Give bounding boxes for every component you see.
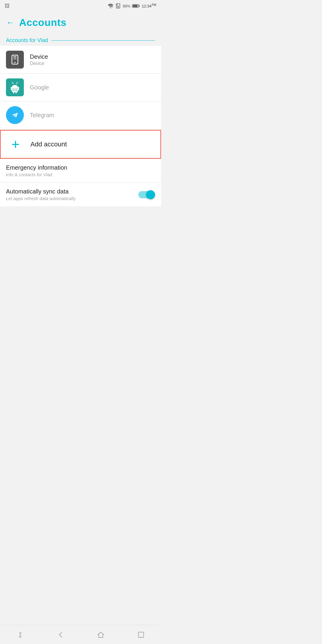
account-item-device[interactable]: Device Device xyxy=(0,46,161,74)
telegram-account-text: Telegram xyxy=(30,112,54,119)
accounts-list: Device Device xyxy=(0,46,161,129)
status-icons: 88% 12:34PM xyxy=(108,3,156,9)
toggle-thumb xyxy=(146,190,155,199)
telegram-icon xyxy=(10,110,20,120)
emergency-subtitle: Info & contacts for Vlad xyxy=(6,172,155,177)
page-header: ← Accounts xyxy=(0,12,161,31)
svg-rect-7 xyxy=(139,5,140,7)
svg-point-12 xyxy=(14,62,16,63)
svg-rect-6 xyxy=(133,5,138,7)
google-account-text: Google xyxy=(30,84,49,91)
svg-rect-16 xyxy=(11,87,12,90)
section-header: Accounts for Vlad xyxy=(0,31,161,46)
emergency-information-item[interactable]: Emergency information Info & contacts fo… xyxy=(0,159,161,183)
add-account-label: Add account xyxy=(30,140,67,148)
sim-icon xyxy=(115,3,121,9)
section-divider xyxy=(52,40,155,41)
sync-subtitle: Let apps refresh data automatically xyxy=(6,196,138,201)
svg-rect-18 xyxy=(13,92,14,93)
info-section: Emergency information Info & contacts fo… xyxy=(0,159,161,206)
battery-icon xyxy=(132,4,140,8)
telegram-account-name: Telegram xyxy=(30,112,54,119)
svg-rect-17 xyxy=(18,87,19,90)
emergency-title: Emergency information xyxy=(6,164,155,171)
wifi-icon xyxy=(108,4,114,8)
sync-title: Automatically sync data xyxy=(6,188,138,195)
device-account-subtitle: Device xyxy=(30,61,48,66)
device-icon xyxy=(10,54,20,65)
svg-point-3 xyxy=(117,6,119,7)
svg-point-0 xyxy=(110,7,111,8)
google-account-name: Google xyxy=(30,84,49,91)
svg-line-21 xyxy=(16,82,18,84)
photo-icon: 🖼 xyxy=(5,3,10,9)
section-title: Accounts for Vlad xyxy=(6,37,48,44)
battery-percent: 88% xyxy=(123,4,130,8)
svg-rect-19 xyxy=(16,92,17,93)
add-account-button[interactable]: + Add account xyxy=(0,130,161,159)
plus-symbol: + xyxy=(11,137,20,151)
back-button[interactable]: ← xyxy=(6,18,14,27)
device-account-icon xyxy=(6,51,24,69)
telegram-account-icon xyxy=(6,106,24,124)
account-item-telegram[interactable]: Telegram xyxy=(0,101,161,129)
account-item-google[interactable]: Google xyxy=(0,74,161,101)
page-title: Accounts xyxy=(19,17,66,28)
google-account-icon xyxy=(6,78,24,96)
svg-line-20 xyxy=(12,82,13,84)
status-time: 12:34PM xyxy=(142,3,156,8)
device-account-name: Device xyxy=(30,53,48,60)
android-icon xyxy=(9,81,21,93)
sync-data-item[interactable]: Automatically sync data Let apps refresh… xyxy=(0,183,161,206)
add-icon: + xyxy=(7,135,24,153)
device-account-text: Device Device xyxy=(30,53,48,66)
sync-text: Automatically sync data Let apps refresh… xyxy=(6,188,138,201)
status-bar: 🖼 88% 12:34PM xyxy=(0,0,161,12)
sync-toggle[interactable] xyxy=(138,190,155,199)
